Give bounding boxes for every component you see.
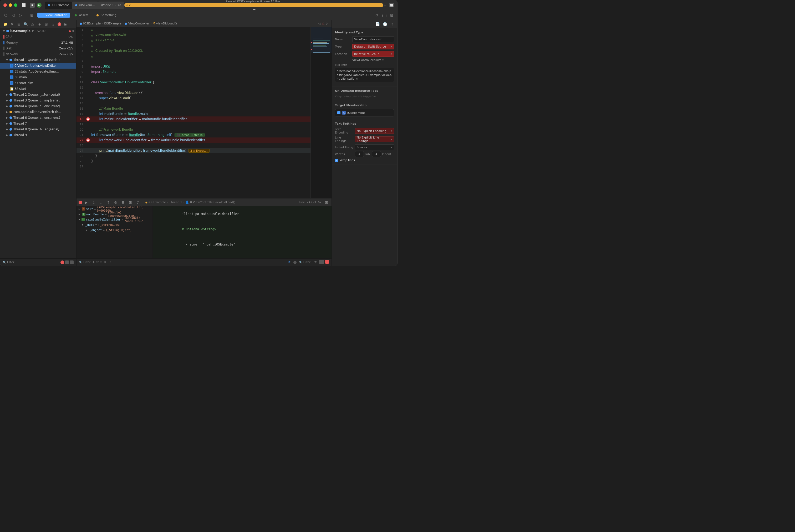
wrap-lines-checkbox[interactable]: ✓ bbox=[335, 159, 338, 162]
add-tab-button[interactable]: + bbox=[383, 3, 387, 7]
maximize-button[interactable] bbox=[14, 3, 17, 7]
console-spacer bbox=[153, 252, 332, 259]
frame-35-item[interactable]: 👤 35 static AppDelegate.$ma… bbox=[0, 69, 76, 74]
panel-toggle-icon[interactable]: ⬜ bbox=[389, 3, 394, 7]
folder-icon[interactable]: 📁 bbox=[2, 21, 8, 27]
debug-simulate-icon[interactable]: ⤴ bbox=[135, 200, 141, 205]
breadcrumb-viewcontroller[interactable]: ViewController bbox=[128, 22, 149, 25]
editor-filter-left[interactable]: 🔍 Filter bbox=[79, 261, 91, 264]
red-filter-btn[interactable] bbox=[60, 261, 64, 264]
file-inspector-icon[interactable]: 📄 bbox=[375, 21, 380, 27]
console-panel[interactable]: (lldb) po mainBundleIdentifier ▼ Optiona… bbox=[153, 206, 332, 259]
breakpoints-icon[interactable]: ⋮⋮ bbox=[381, 12, 387, 18]
debug-toggle-icon[interactable]: ⊟ bbox=[120, 200, 126, 205]
code-editor[interactable]: 1 // 2 // ViewController.swift 3 / bbox=[76, 27, 310, 198]
console-record-btn[interactable] bbox=[294, 261, 297, 264]
warning-filter-icon[interactable]: ⚠ bbox=[30, 21, 36, 27]
name-field-value[interactable]: ViewController.swift bbox=[352, 36, 394, 42]
info-status-icon[interactable]: ℹ bbox=[109, 260, 113, 265]
history-icon[interactable]: 🕐 bbox=[382, 21, 388, 27]
frame-0-item[interactable]: 👤 0 ViewController.viewDidLo… bbox=[0, 63, 76, 69]
thread-8-item[interactable]: ▶ Thread 8 Queue: A...er (serial) bbox=[0, 127, 76, 132]
encoding-dropdown[interactable]: No Explicit Encoding ▾ bbox=[355, 128, 394, 134]
target-membership-section: Target Membership ✓ A iOSExample bbox=[332, 101, 397, 119]
frame-37-item[interactable]: 👤 37 start_sim bbox=[0, 80, 76, 86]
debug-step-over-icon[interactable]: ⤵ bbox=[91, 200, 96, 205]
thread-9-item[interactable]: ▶ Thread 9 bbox=[0, 132, 76, 138]
tab-viewcontroller[interactable]: ● ViewController bbox=[37, 13, 70, 18]
thread-7-item[interactable]: ▶ Thread 7 bbox=[0, 121, 76, 127]
breadcrumb-func[interactable]: viewDidLoad() bbox=[156, 22, 177, 25]
debug-continue-icon[interactable]: ▶ bbox=[83, 200, 89, 205]
console-filter[interactable]: 🔍 Filter bbox=[299, 261, 310, 264]
var-object[interactable]: ▶ _object = (_StringObject) bbox=[76, 227, 152, 233]
close-button[interactable] bbox=[3, 3, 7, 7]
tab-assets[interactable]: ● Assets bbox=[71, 13, 92, 18]
debug-view-icon[interactable]: ⊞ bbox=[43, 21, 49, 27]
bookmark-icon[interactable]: ⊟ bbox=[16, 21, 22, 27]
frame-36-item[interactable]: 👤 36 main bbox=[0, 74, 76, 80]
path-gear-icon[interactable]: ⚙ bbox=[356, 77, 358, 80]
sidebar-toggle-icon[interactable]: ⬜ bbox=[22, 3, 26, 7]
filter-option-1[interactable] bbox=[65, 261, 69, 264]
breadcrumb-iosexample[interactable]: iOSExample bbox=[83, 22, 101, 25]
minimize-button[interactable] bbox=[9, 3, 12, 7]
sidebar-app-item[interactable]: ▼ iOSExample PID 52507 ● ⚙ bbox=[0, 28, 76, 34]
file-location-icon[interactable]: ⬡ bbox=[382, 59, 384, 61]
thread-2-item[interactable]: ▶ Thread 2 Queue: _...tor (serial) bbox=[0, 92, 76, 97]
titlebar-tab-iphone[interactable]: iPhone 15 Pro bbox=[98, 2, 124, 9]
info-icon[interactable]: ℹ bbox=[50, 21, 56, 27]
tab-something[interactable]: ● Something bbox=[93, 13, 120, 18]
full-path-field[interactable]: /Users/noah/Developer/iOS/noah-labs/post… bbox=[335, 68, 394, 82]
var-mainbundleid[interactable]: ▼ L mainBundleIdentifier = (String?) "no… bbox=[76, 217, 152, 222]
stop-debug-icon[interactable]: ✕ bbox=[9, 21, 15, 27]
trash-icon[interactable]: 🗑 bbox=[313, 260, 318, 265]
debug-stop-btn[interactable] bbox=[79, 201, 82, 204]
thread-1-item[interactable]: ▼ Thread 1 Queue: c...ad (serial) bbox=[0, 57, 76, 63]
line-endings-dropdown[interactable]: No Explicit Line Endings ▾ bbox=[355, 136, 394, 142]
var-guts[interactable]: ▼ _guts = (_StringGuts) bbox=[76, 222, 152, 227]
grid-icon[interactable]: ⊞ bbox=[29, 12, 35, 18]
console-line-1: (lldb) po mainBundleIdentifier bbox=[153, 206, 332, 222]
close-console-icon[interactable] bbox=[325, 260, 329, 264]
thread-6-item[interactable]: ▶ Thread 6 Queue: c...oncurrent) bbox=[0, 115, 76, 121]
filter-option-2[interactable] bbox=[70, 261, 74, 264]
thread-4-item[interactable]: ▶ Thread 4 Queue: c...oncurrent) bbox=[0, 103, 76, 109]
debug-view-memory-icon[interactable]: ⊞ bbox=[128, 200, 133, 205]
indent-using-dropdown[interactable]: Spaces ▾ bbox=[355, 144, 394, 150]
thread-5-item[interactable]: ▶ com.apple.uikit.eventfetch-th… bbox=[0, 109, 76, 115]
back-icon[interactable]: ◁ bbox=[10, 12, 16, 18]
breakpoint-icon[interactable]: ◈ bbox=[37, 21, 42, 27]
location-icon[interactable]: ◉ bbox=[62, 21, 68, 27]
breadcrumb-iosexample-2[interactable]: iOSExample bbox=[104, 22, 121, 25]
auto-dropdown[interactable]: Auto ▾ bbox=[93, 261, 102, 264]
stop-button[interactable]: ■ bbox=[30, 3, 35, 7]
run-button[interactable]: ▶ bbox=[37, 3, 41, 7]
membership-checkbox[interactable]: ✓ bbox=[337, 111, 340, 114]
breadcrumb-nav-prev[interactable]: ◁ bbox=[318, 22, 320, 25]
debug-expand-icon[interactable]: ⊟ bbox=[324, 200, 329, 205]
editor-filter-right[interactable]: 👁 bbox=[288, 261, 291, 264]
search-icon[interactable]: 🔍 bbox=[23, 21, 29, 27]
sidebar-filter[interactable]: 🔍 Filter bbox=[3, 261, 14, 264]
split-view-icon[interactable] bbox=[319, 260, 324, 264]
debug-step-in-icon[interactable]: ↓ bbox=[98, 200, 104, 205]
split-editor-icon[interactable]: ⊟ bbox=[389, 12, 395, 18]
breadcrumb-nav-next[interactable]: ▷ bbox=[326, 22, 328, 25]
quick-help-icon[interactable]: ? bbox=[389, 21, 395, 27]
refresh-icon[interactable]: ⟳ bbox=[374, 12, 380, 18]
debug-step-out-icon[interactable]: ↑ bbox=[106, 200, 111, 205]
code-line-14: 14 super.viewDidLoad() bbox=[76, 95, 310, 101]
navigator-icon[interactable]: ⬡ bbox=[3, 12, 9, 18]
type-dropdown[interactable]: Default – Swift Source ▾ bbox=[352, 44, 394, 50]
tab-width-input[interactable]: 4 bbox=[355, 151, 364, 157]
indent-width-input[interactable]: 4 bbox=[372, 151, 381, 157]
location-dropdown[interactable]: Relative to Group ▾ bbox=[352, 51, 394, 57]
titlebar-tab-iosexam[interactable]: iOSExam… bbox=[72, 2, 98, 9]
frame-38-item[interactable]: 📄 38 start bbox=[0, 86, 76, 92]
thread-3-item[interactable]: ▶ Thread 3 Queue: c...ing (serial) bbox=[0, 97, 76, 103]
eye-icon[interactable]: 👁 bbox=[103, 260, 108, 265]
forward-icon[interactable]: ▷ bbox=[18, 12, 23, 18]
titlebar-tab-iosexample[interactable]: iOSExample bbox=[45, 2, 72, 9]
debug-breakpoint-icon[interactable]: ⊙ bbox=[113, 200, 118, 205]
